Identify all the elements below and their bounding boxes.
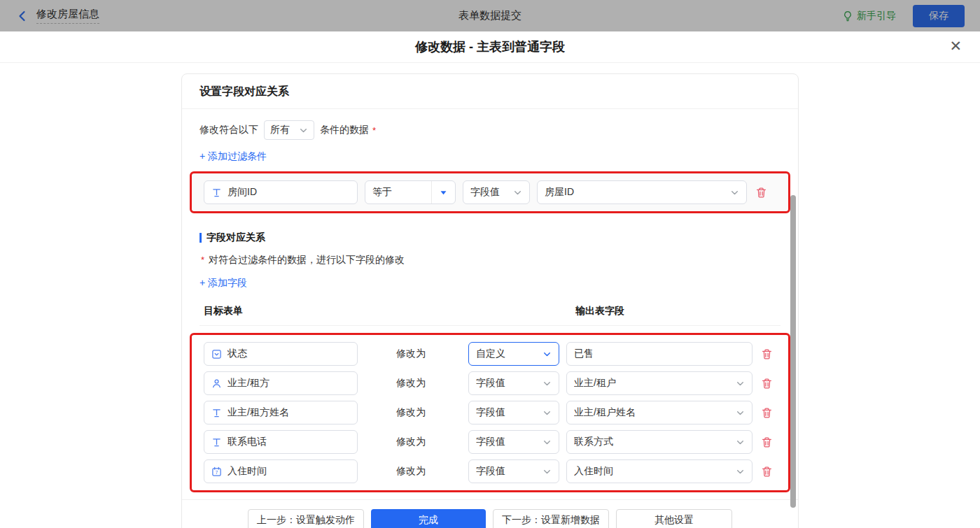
save-button[interactable]: 保存 [913, 5, 965, 27]
filter-condition-row: 房间ID 等于 字段值 房屋ID [204, 180, 776, 204]
required-mark: * [372, 125, 376, 136]
top-app-bar: 修改房屋信息 表单数据提交 新手引导 保存 [0, 0, 980, 31]
trash-icon[interactable] [761, 466, 773, 478]
filter-operator-select[interactable]: 等于 [365, 180, 456, 204]
chevron-down-icon [542, 350, 552, 359]
modal-title: 修改数据 - 主表到普通字段 [415, 38, 565, 55]
target-field-input[interactable]: 7 入住时间 [204, 459, 358, 483]
target-field-input[interactable]: 业主/租方 [204, 371, 358, 395]
other-settings-button[interactable]: 其他设置 [616, 509, 732, 528]
condition-suffix-label: 条件的数据 [320, 124, 369, 136]
mapping-description: 对符合过滤条件的数据，进行以下字段的修改 [209, 254, 405, 265]
column-header-target-form: 目标表单 [204, 305, 243, 317]
modify-to-label: 修改为 [396, 406, 427, 419]
mode-select[interactable]: 自定义 [468, 342, 559, 366]
condition-scope-value: 所有 [270, 124, 295, 136]
target-field-input[interactable]: 状态 [204, 342, 358, 366]
target-field-label: 业主/租方姓名 [227, 406, 350, 419]
mapping-row: 业主/租方姓名 修改为 字段值 业主/租户姓名 [204, 401, 776, 424]
section-accent-bar [200, 233, 202, 243]
target-field-label: 状态 [227, 348, 350, 360]
chevron-down-icon [542, 379, 552, 388]
mode-value: 字段值 [476, 465, 538, 478]
filter-condition-highlight-box: 房间ID 等于 字段值 房屋ID [190, 171, 790, 213]
condition-scope-select[interactable]: 所有 [264, 120, 314, 140]
modify-to-label: 修改为 [396, 436, 427, 448]
mode-value: 字段值 [476, 377, 538, 390]
add-field-link[interactable]: + 添加字段 [200, 277, 247, 290]
trash-icon[interactable] [761, 378, 773, 390]
filter-field-input[interactable]: 房间ID [204, 180, 358, 204]
trash-icon[interactable] [761, 436, 773, 448]
mapping-row: 联系电话 修改为 字段值 联系方式 [204, 430, 776, 454]
condition-prefix-label: 修改符合以下 [200, 124, 258, 136]
chevron-down-icon [736, 438, 745, 447]
beginner-guide-link[interactable]: 新手引导 [842, 10, 896, 22]
mapping-row: 状态 修改为 自定义 已售 [204, 342, 776, 366]
output-field[interactable]: 入住时间 [566, 459, 752, 483]
caret-down-icon [431, 181, 455, 204]
modify-to-label: 修改为 [396, 377, 427, 390]
chevron-down-icon [736, 379, 745, 388]
calendar-icon: 7 [211, 466, 222, 477]
output-value: 业主/租户姓名 [574, 406, 732, 419]
output-value: 业主/租户 [574, 377, 732, 390]
filter-value: 房屋ID [545, 186, 726, 199]
column-header-output-field: 输出表字段 [575, 305, 624, 317]
card-header: 设置字段对应关系 [182, 74, 798, 109]
beginner-guide-label: 新手引导 [857, 10, 896, 22]
output-value: 联系方式 [574, 436, 732, 448]
mapping-section-title: 字段对应关系 [206, 231, 265, 244]
output-field[interactable]: 业主/租户姓名 [566, 401, 752, 424]
filter-value-select[interactable]: 房屋ID [537, 180, 747, 204]
trash-icon[interactable] [755, 187, 767, 199]
target-field-label: 业主/租方 [227, 377, 350, 390]
select-field-icon [211, 349, 222, 359]
mode-select[interactable]: 字段值 [468, 371, 559, 395]
mode-select[interactable]: 字段值 [468, 401, 559, 424]
output-field[interactable]: 联系方式 [566, 430, 752, 454]
chevron-down-icon [513, 188, 522, 197]
target-field-label: 入住时间 [227, 465, 350, 478]
chevron-down-icon [542, 438, 552, 447]
mode-value: 字段值 [476, 436, 538, 448]
next-step-button[interactable]: 下一步：设置新增数据 [493, 509, 609, 528]
text-field-icon [211, 408, 222, 418]
field-mapping-highlight-box: 状态 修改为 自定义 已售 业主/租方 修改为 字段值 业主/租户 [190, 333, 790, 492]
filter-value-type-select[interactable]: 字段值 [463, 180, 530, 204]
mapping-row: 7 入住时间 修改为 字段值 入住时间 [204, 459, 776, 483]
column-divider [200, 325, 780, 326]
mode-select[interactable]: 字段值 [468, 430, 559, 454]
close-icon[interactable]: ✕ [949, 38, 962, 53]
target-field-label: 联系电话 [227, 436, 350, 448]
flow-title[interactable]: 修改房屋信息 [36, 8, 99, 24]
vertical-scrollbar-thumb[interactable] [790, 195, 796, 508]
output-field[interactable]: 业主/租户 [566, 371, 752, 395]
trash-icon[interactable] [761, 407, 773, 419]
output-value: 入住时间 [574, 465, 732, 478]
done-button[interactable]: 完成 [371, 509, 486, 528]
output-value: 已售 [574, 348, 745, 360]
chevron-down-icon [736, 408, 745, 418]
mode-select[interactable]: 字段值 [468, 459, 559, 483]
target-field-input[interactable]: 联系电话 [204, 430, 358, 454]
prev-step-button[interactable]: 上一步：设置触发动作 [248, 509, 364, 528]
target-field-input[interactable]: 业主/租方姓名 [204, 401, 358, 424]
text-field-icon [211, 187, 222, 198]
modify-to-label: 修改为 [396, 465, 427, 478]
mode-value: 字段值 [476, 406, 538, 419]
svg-text:7: 7 [216, 469, 218, 474]
chevron-down-icon [736, 467, 745, 476]
chevron-down-icon [299, 126, 308, 135]
output-value-input[interactable]: 已售 [566, 342, 752, 366]
back-icon[interactable] [15, 9, 29, 23]
filter-field-value: 房间ID [227, 186, 350, 199]
person-icon [211, 378, 222, 389]
mapping-row: 业主/租方 修改为 字段值 业主/租户 [204, 371, 776, 395]
bulb-icon [842, 10, 853, 22]
add-filter-condition-link[interactable]: + 添加过滤条件 [200, 150, 267, 163]
required-mark: * [201, 255, 204, 265]
page-title: 表单数据提交 [458, 9, 522, 22]
trash-icon[interactable] [761, 348, 773, 360]
chevron-down-icon [542, 467, 552, 476]
